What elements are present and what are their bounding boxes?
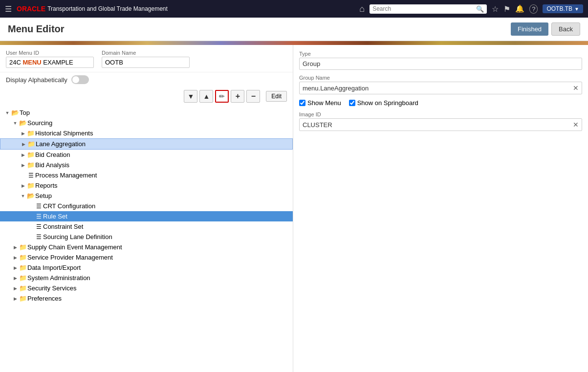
expand-data-import-icon: ▶ (12, 265, 19, 270)
finished-button[interactable]: Finished (511, 22, 548, 36)
plus-icon: + (236, 92, 240, 101)
tree-item-top[interactable]: ▼ 📂 Top (0, 108, 293, 118)
folder-data-import-icon: 📁 (19, 264, 27, 271)
tree-label-setup: Setup (35, 192, 52, 199)
tree-item-reports[interactable]: ▶ 📁 Reports (0, 180, 293, 191)
tree-label-crt-configuration: CRT Configuration (43, 202, 95, 210)
user-menu-id-label: User Menu ID (6, 50, 94, 56)
image-id-value[interactable]: CLUSTER ✕ (299, 118, 582, 131)
folder-preferences-icon: 📁 (19, 295, 27, 302)
top-nav: ☰ ORACLE Transportation and Global Trade… (0, 0, 588, 18)
expand-lane-agg-icon: ▶ (20, 142, 27, 147)
back-button[interactable]: Back (551, 22, 580, 36)
tree-label-historical-shipments: Historical Shipments (35, 130, 93, 137)
tree-item-security-services[interactable]: ▶ 📁 Security Services (0, 283, 293, 293)
help-icon[interactable]: ? (529, 4, 538, 14)
show-menu-label[interactable]: Show Menu (299, 99, 341, 107)
folder-sourcing-icon: 📂 (19, 119, 27, 127)
chevron-down-icon: ▼ (187, 92, 194, 100)
domain-name-value: OOTB (102, 57, 190, 68)
expand-bid-creation-icon: ▶ (20, 153, 26, 157)
tree-item-preferences[interactable]: ▶ 📁 Preferences (0, 293, 293, 304)
doc-rule-set-icon: ☰ (34, 213, 43, 220)
tree-item-bid-analysis[interactable]: ▶ 📁 Bid Analysis (0, 160, 293, 170)
tree-item-lane-aggregation[interactable]: ▶ 📁 Lane Aggregation (0, 138, 293, 150)
right-panel: Type Group Group Name menu.LaneAggregati… (293, 45, 588, 372)
tree-label-sourcing-lane-definition: Sourcing Lane Definition (43, 233, 112, 241)
flag-icon[interactable]: ⚑ (503, 4, 510, 14)
folder-bid-creation-icon: 📁 (26, 151, 35, 158)
tree-label-constraint-set: Constraint Set (43, 223, 83, 230)
user-menu-id-field: User Menu ID 24C MENU EXAMPLE (6, 50, 94, 68)
tree-item-service-provider[interactable]: ▶ 📁 Service Provider Management (0, 252, 293, 263)
tree-item-rule-set[interactable]: ☰ Rule Set (0, 211, 293, 221)
folder-service-provider-icon: 📁 (19, 254, 27, 261)
search-input[interactable] (372, 5, 474, 12)
group-name-label: Group Name (299, 75, 582, 81)
edit-label-button[interactable]: Edit (266, 91, 287, 102)
oracle-brand: ORACLE (17, 5, 45, 13)
folder-bid-analysis-icon: 📁 (26, 161, 35, 169)
expand-preferences-icon: ▶ (12, 296, 19, 301)
tree-label-bid-creation: Bid Creation (35, 151, 70, 158)
show-menu-checkbox[interactable] (299, 100, 305, 106)
home-icon[interactable]: ⌂ (359, 4, 365, 14)
menu-text: MENU (22, 59, 41, 66)
tree-item-supply-chain[interactable]: ▶ 📁 Supply Chain Event Management (0, 242, 293, 252)
doc-process-icon: ☰ (26, 172, 35, 179)
group-name-value[interactable]: menu.LaneAggregation ✕ (299, 82, 582, 94)
folder-supply-chain-icon: 📁 (19, 243, 27, 251)
search-bar[interactable]: 🔍 (370, 4, 487, 14)
tree-item-setup[interactable]: ▼ 📂 Setup (0, 191, 293, 201)
folder-security-icon: 📁 (19, 284, 27, 292)
folder-historical-icon: 📁 (26, 130, 35, 137)
pencil-icon: ✏ (219, 92, 225, 100)
tree-item-process-management[interactable]: ☰ Process Management (0, 170, 293, 180)
show-springboard-label[interactable]: Show on Springboard (349, 99, 418, 107)
tree-item-data-import-export[interactable]: ▶ 📁 Data Import/Export (0, 263, 293, 273)
expand-service-provider-icon: ▶ (12, 255, 19, 260)
move-down-button[interactable]: ▼ (184, 90, 197, 103)
tree-item-sourcing-lane-definition[interactable]: ☰ Sourcing Lane Definition (0, 232, 293, 242)
main-content: User Menu ID 24C MENU EXAMPLE Domain Nam… (0, 45, 588, 372)
domain-name-field: Domain Name OOTB (102, 50, 190, 68)
tree-item-crt-configuration[interactable]: ☰ CRT Configuration (0, 201, 293, 211)
tree-label-bid-analysis: Bid Analysis (35, 161, 69, 169)
clear-group-name-icon[interactable]: ✕ (573, 84, 579, 92)
display-alphabetically-toggle[interactable] (71, 75, 89, 84)
tree-item-constraint-set[interactable]: ☰ Constraint Set (0, 221, 293, 232)
type-field: Type Group (299, 51, 582, 70)
search-icon: 🔍 (476, 5, 484, 13)
favorites-icon[interactable]: ☆ (492, 4, 499, 14)
expand-sourcing-icon: ▼ (12, 121, 19, 126)
show-springboard-checkbox[interactable] (349, 100, 355, 106)
tree-label-sourcing: Sourcing (27, 119, 52, 127)
tree-label-process-management: Process Management (35, 172, 97, 179)
display-alphabetically-label: Display Alphabetically (6, 76, 67, 84)
bell-icon[interactable]: 🔔 (515, 4, 524, 13)
tree-item-bid-creation[interactable]: ▶ 📁 Bid Creation (0, 150, 293, 160)
hamburger-icon[interactable]: ☰ (5, 4, 12, 14)
remove-button[interactable]: − (246, 90, 260, 103)
doc-constraint-icon: ☰ (34, 223, 43, 230)
tree-label-top: Top (20, 109, 30, 116)
image-id-label: Image ID (299, 111, 582, 117)
clear-image-id-icon[interactable]: ✕ (573, 121, 579, 129)
user-menu-id-part3: EXAMPLE (42, 59, 73, 66)
tree-item-sourcing[interactable]: ▼ 📂 Sourcing (0, 118, 293, 128)
folder-setup-icon: 📂 (26, 192, 35, 199)
add-button[interactable]: + (231, 90, 244, 103)
folder-system-admin-icon: 📁 (19, 274, 27, 282)
tree-label-reports: Reports (35, 182, 58, 189)
banner (0, 41, 588, 45)
user-badge[interactable]: OOTB.TB ▼ (543, 4, 583, 13)
page-title: Menu Editor (8, 23, 65, 35)
expand-reports-icon: ▶ (20, 183, 26, 188)
display-alphabetically: Display Alphabetically (0, 72, 293, 87)
app-title: Transportation and Global Trade Manageme… (47, 5, 168, 12)
tree-item-historical-shipments[interactable]: ▶ 📁 Historical Shipments (0, 128, 293, 138)
tree-label-system-administration: System Administration (27, 274, 90, 282)
edit-button[interactable]: ✏ (215, 90, 229, 103)
move-up-button[interactable]: ▲ (199, 90, 213, 103)
tree-item-system-administration[interactable]: ▶ 📁 System Administration (0, 273, 293, 283)
